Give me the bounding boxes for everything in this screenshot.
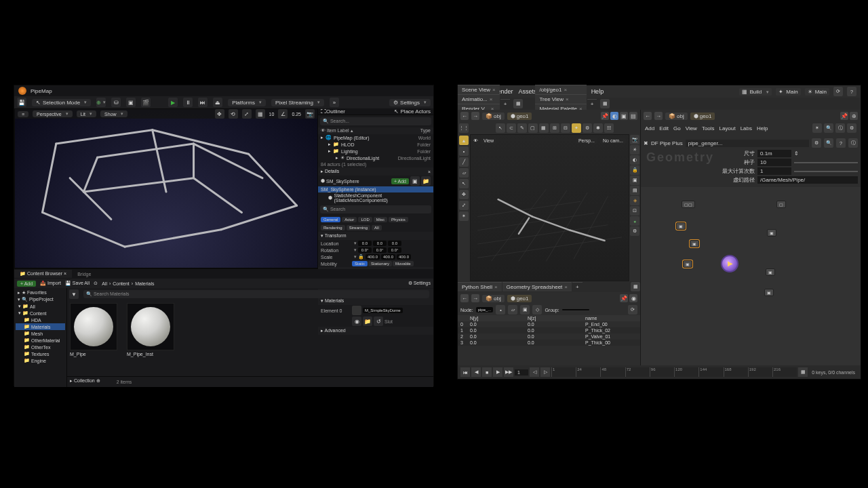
pane-menu-icon[interactable]: ▦ (513, 99, 523, 108)
lock-icon[interactable]: 🔒 (358, 254, 364, 260)
node-3[interactable]: ▣ (690, 240, 699, 247)
pin2-icon[interactable]: 📌 (620, 294, 628, 302)
prev-frame-button[interactable]: ◀ (471, 367, 481, 377)
tool-labs-icon[interactable]: ✦ (572, 123, 581, 133)
path-geo-2[interactable]: ⬢ geo1 (507, 295, 532, 302)
outliner-tree[interactable]: ▸🌐PipeMap (Editor)World▸📁HLODFolder▸📁Lig… (318, 134, 433, 161)
filter-tab[interactable]: Physics (389, 217, 408, 222)
node-2[interactable]: ▣ (676, 222, 686, 230)
play-button[interactable]: ▶ (493, 367, 502, 377)
outliner-row[interactable]: ▸📁LightingFolder (318, 148, 433, 155)
node-1[interactable]: ▢▢ (682, 201, 695, 208)
add-button[interactable]: + Add (17, 281, 36, 287)
table-row[interactable]: 30.00.0P_Thick_00 (458, 340, 640, 346)
menu-item[interactable]: Go (673, 125, 681, 131)
outliner-row[interactable]: ▸📁HLODFolder (318, 141, 433, 148)
light-icon[interactable]: ☀ (630, 145, 639, 155)
move-icon[interactable]: ✥ (459, 190, 469, 199)
filter-tab[interactable]: All (372, 225, 382, 230)
eye-icon[interactable]: 👁 (473, 138, 478, 143)
instance-row[interactable]: SM_SkySphere (Instance) (318, 186, 433, 192)
content-tree[interactable]: ▸★ Favorites ▾🔍 PipeProject ▾ 📁 All▾ 📁 C… (14, 288, 67, 387)
group-field[interactable] (562, 309, 589, 310)
display-icon[interactable]: ▣ (620, 112, 628, 120)
vtx-icon[interactable]: ◇ (532, 305, 542, 314)
close-icon[interactable]: × (428, 169, 431, 174)
tool-box-icon[interactable]: ▢ (528, 123, 538, 133)
filter-tab[interactable]: General (321, 217, 340, 222)
outliner-row[interactable]: ▸☀DirectionalLightDirectionalLight (318, 155, 433, 161)
sel-edge-icon[interactable]: ╱ (459, 157, 469, 167)
stop-button[interactable]: ■ (482, 367, 492, 377)
save-icon[interactable]: 💾 (17, 98, 26, 107)
link-icon[interactable]: ◉ (629, 294, 637, 302)
parm-info-icon[interactable]: ⓘ (848, 138, 858, 148)
tree-item[interactable]: 📁 Engine (16, 357, 65, 364)
component-row[interactable]: ⬢StaticMeshComponent (StaticMeshComponen… (318, 192, 433, 203)
uepath-field[interactable]: /Game/Mesh/Pipe/ (757, 176, 858, 184)
geo-spreadsheet-tab[interactable]: Geometry Spreadsheet × (502, 282, 572, 291)
network-editor[interactable]: ▢▢ ▣ ▣ ▣ ▢ ▣ ▣ ▣ (641, 187, 861, 365)
detail-icon[interactable]: ▣ (520, 305, 530, 314)
add-content-dropdown[interactable]: ⊕ (96, 98, 106, 107)
outliner-row[interactable]: ▸🌐PipeMap (Editor)World (318, 134, 433, 141)
tool-gear-icon[interactable]: ⚙ (583, 123, 592, 133)
node-7[interactable]: ▣ (766, 268, 775, 276)
axis-icon[interactable]: ✶ (459, 211, 469, 221)
selection-mode-dropdown[interactable]: ↖ Selection Mode (32, 99, 91, 106)
nocam-dropdown[interactable]: No cam... (600, 138, 626, 144)
node-4[interactable]: ▣ (683, 260, 692, 268)
persp-dropdown[interactable]: Persp... (576, 138, 597, 144)
table-row[interactable]: 00.00.0P_End_00 (458, 321, 640, 327)
cinematics-icon[interactable]: 🎬 (141, 98, 151, 107)
menu-item[interactable]: Layout (719, 125, 736, 131)
main-shelf-1[interactable]: ✦ Main (776, 88, 800, 96)
pane-tab[interactable]: Tree View × (535, 94, 586, 104)
seed-slider[interactable] (794, 162, 858, 163)
add-component-button[interactable]: + Add (391, 178, 409, 184)
cb-search[interactable]: 🔍 Search Materials (83, 290, 429, 298)
pts-icon[interactable]: • (496, 305, 505, 314)
chevron-right-icon[interactable]: » (330, 98, 339, 107)
pane-tab[interactable]: Scene View × (458, 85, 500, 94)
wire-icon[interactable]: ⊡ (630, 206, 639, 216)
add-tab-button-r[interactable]: + (587, 99, 597, 108)
op-name-field[interactable]: pipe_genger... (686, 140, 809, 147)
marketplace-icon[interactable]: ⛁ (111, 98, 121, 107)
details-search[interactable]: 🔍 Search (320, 205, 431, 214)
material-asset[interactable]: M_Pipe_Inst (127, 303, 180, 358)
cb-settings[interactable]: ⚙ Settings (408, 281, 431, 286)
bridge-tab[interactable]: Bridge (72, 270, 96, 278)
sel-prim-icon[interactable]: ▱ (459, 168, 469, 178)
filter-tab[interactable]: Actor (342, 217, 357, 222)
maxiter-slider[interactable] (794, 171, 858, 172)
range-start-button[interactable]: ◁ (530, 367, 539, 377)
stop-button[interactable]: ⏏ (213, 98, 222, 107)
display-icon-2[interactable]: ▤ (629, 112, 637, 120)
breadcrumb[interactable]: All›Content›Materials (102, 281, 154, 286)
tool-sel-icon[interactable]: ▦ (539, 123, 549, 133)
prims-icon[interactable]: ▱ (508, 305, 517, 314)
back-icon[interactable]: ← (460, 112, 469, 120)
range-end-button[interactable]: ▷ (540, 367, 550, 377)
tree-item[interactable]: ▾ 📁 Content (16, 310, 65, 317)
table-row[interactable]: 10.00.0P_Thick_02 (458, 327, 640, 333)
tool-snap-icon[interactable]: ⊞ (550, 123, 559, 133)
filter-tab[interactable]: Streaming (347, 225, 370, 230)
add-tab-button[interactable]: + (500, 99, 511, 108)
parm-help-icon[interactable]: ? (836, 138, 846, 148)
build-shelf[interactable]: ▦ Build (739, 88, 772, 96)
stepper-icon[interactable]: ⇕ (794, 150, 799, 157)
mobility-option[interactable]: Stationary (368, 261, 392, 266)
tree-item[interactable]: 📁 Materials (16, 323, 65, 330)
net-gear-icon[interactable]: ⚙ (847, 123, 856, 133)
filter-tab[interactable]: Rendering (321, 225, 345, 230)
table-row[interactable]: 20.00.0P_Valve_01 (458, 333, 640, 340)
forward-icon[interactable]: → (471, 112, 479, 120)
net-info-icon[interactable]: ⓘ (835, 123, 845, 133)
filter-icon[interactable]: ▼ (69, 289, 79, 299)
next-frame-button[interactable]: ▶▶ (504, 367, 513, 377)
cam-icon[interactable]: 📷 (630, 135, 639, 144)
tool-hide-icon[interactable]: ⊟ (561, 123, 570, 133)
material-asset[interactable]: M_Pipe (70, 303, 123, 358)
